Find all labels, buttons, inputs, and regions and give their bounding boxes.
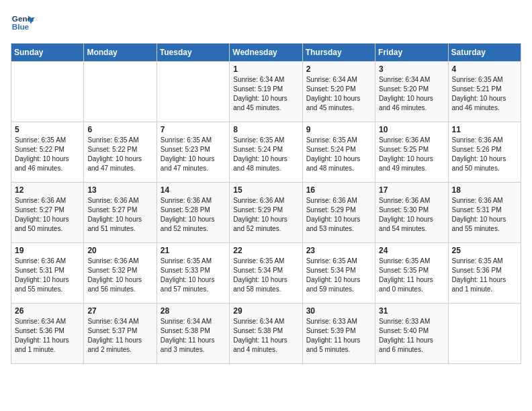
calendar-cell: 12Sunrise: 6:36 AM Sunset: 5:27 PM Dayli… (11, 183, 84, 243)
day-number: 18 (452, 185, 517, 195)
cell-content: Sunrise: 6:36 AM Sunset: 5:25 PM Dayligh… (379, 136, 444, 173)
day-number: 31 (379, 306, 444, 316)
calendar-cell: 22Sunrise: 6:35 AM Sunset: 5:34 PM Dayli… (230, 243, 302, 304)
weekday-header: Sunday (11, 44, 84, 62)
cell-content: Sunrise: 6:34 AM Sunset: 5:38 PM Dayligh… (233, 317, 298, 355)
day-number: 27 (87, 306, 152, 316)
day-number: 10 (379, 125, 444, 134)
logo-icon: General Blue (11, 11, 35, 35)
calendar-cell: 17Sunrise: 6:36 AM Sunset: 5:30 PM Dayli… (375, 183, 448, 243)
day-number: 7 (161, 125, 226, 134)
cell-content: Sunrise: 6:35 AM Sunset: 5:21 PM Dayligh… (452, 75, 517, 113)
calendar-cell: 3Sunrise: 6:34 AM Sunset: 5:20 PM Daylig… (375, 62, 448, 122)
calendar-cell: 21Sunrise: 6:35 AM Sunset: 5:33 PM Dayli… (157, 243, 229, 304)
day-number: 5 (15, 125, 80, 134)
cell-content: Sunrise: 6:35 AM Sunset: 5:33 PM Dayligh… (161, 257, 226, 294)
cell-content: Sunrise: 6:35 AM Sunset: 5:34 PM Dayligh… (306, 257, 371, 294)
calendar-cell: 7Sunrise: 6:35 AM Sunset: 5:23 PM Daylig… (157, 122, 229, 183)
calendar-cell: 23Sunrise: 6:35 AM Sunset: 5:34 PM Dayli… (302, 243, 375, 304)
calendar-cell: 10Sunrise: 6:36 AM Sunset: 5:25 PM Dayli… (375, 122, 448, 183)
calendar-week-row: 12Sunrise: 6:36 AM Sunset: 5:27 PM Dayli… (11, 183, 521, 243)
calendar-cell: 20Sunrise: 6:36 AM Sunset: 5:32 PM Dayli… (84, 243, 157, 304)
cell-content: Sunrise: 6:36 AM Sunset: 5:32 PM Dayligh… (87, 257, 152, 294)
calendar-cell: 30Sunrise: 6:33 AM Sunset: 5:39 PM Dayli… (302, 304, 375, 364)
weekday-header: Wednesday (230, 44, 302, 62)
calendar-cell (84, 62, 157, 122)
calendar-cell: 4Sunrise: 6:35 AM Sunset: 5:21 PM Daylig… (448, 62, 521, 122)
calendar-cell: 19Sunrise: 6:36 AM Sunset: 5:31 PM Dayli… (11, 243, 84, 304)
calendar-week-row: 5Sunrise: 6:35 AM Sunset: 5:22 PM Daylig… (11, 122, 521, 183)
day-number: 3 (379, 64, 444, 74)
calendar-table: SundayMondayTuesdayWednesdayThursdayFrid… (11, 43, 521, 364)
cell-content: Sunrise: 6:36 AM Sunset: 5:26 PM Dayligh… (452, 136, 517, 173)
calendar-cell: 1Sunrise: 6:34 AM Sunset: 5:19 PM Daylig… (230, 62, 302, 122)
calendar-cell: 11Sunrise: 6:36 AM Sunset: 5:26 PM Dayli… (448, 122, 521, 183)
calendar-cell: 18Sunrise: 6:36 AM Sunset: 5:31 PM Dayli… (448, 183, 521, 243)
cell-content: Sunrise: 6:35 AM Sunset: 5:24 PM Dayligh… (306, 136, 371, 173)
calendar-cell: 24Sunrise: 6:35 AM Sunset: 5:35 PM Dayli… (375, 243, 448, 304)
cell-content: Sunrise: 6:35 AM Sunset: 5:22 PM Dayligh… (15, 136, 80, 173)
day-number: 22 (233, 246, 298, 255)
day-number: 11 (452, 125, 517, 134)
calendar-cell (11, 62, 84, 122)
day-number: 17 (379, 185, 444, 195)
calendar-cell: 14Sunrise: 6:36 AM Sunset: 5:28 PM Dayli… (157, 183, 229, 243)
header-row: SundayMondayTuesdayWednesdayThursdayFrid… (11, 44, 521, 62)
day-number: 26 (15, 306, 80, 316)
day-number: 14 (161, 185, 226, 195)
day-number: 15 (233, 185, 298, 195)
calendar-cell: 15Sunrise: 6:36 AM Sunset: 5:29 PM Dayli… (230, 183, 302, 243)
day-number: 2 (306, 64, 371, 74)
cell-content: Sunrise: 6:34 AM Sunset: 5:20 PM Dayligh… (379, 75, 444, 113)
cell-content: Sunrise: 6:36 AM Sunset: 5:28 PM Dayligh… (161, 196, 226, 234)
cell-content: Sunrise: 6:36 AM Sunset: 5:31 PM Dayligh… (15, 257, 80, 294)
calendar-cell: 2Sunrise: 6:34 AM Sunset: 5:20 PM Daylig… (302, 62, 375, 122)
day-number: 6 (87, 125, 152, 134)
cell-content: Sunrise: 6:33 AM Sunset: 5:40 PM Dayligh… (379, 317, 444, 355)
cell-content: Sunrise: 6:36 AM Sunset: 5:29 PM Dayligh… (233, 196, 298, 234)
calendar-cell (448, 304, 521, 364)
calendar-cell: 31Sunrise: 6:33 AM Sunset: 5:40 PM Dayli… (375, 304, 448, 364)
calendar-cell: 6Sunrise: 6:35 AM Sunset: 5:22 PM Daylig… (84, 122, 157, 183)
weekday-header: Thursday (302, 44, 375, 62)
calendar-week-row: 26Sunrise: 6:34 AM Sunset: 5:36 PM Dayli… (11, 304, 521, 364)
cell-content: Sunrise: 6:34 AM Sunset: 5:20 PM Dayligh… (306, 75, 371, 113)
svg-text:Blue: Blue (12, 22, 30, 31)
day-number: 25 (452, 246, 517, 255)
calendar-cell: 5Sunrise: 6:35 AM Sunset: 5:22 PM Daylig… (11, 122, 84, 183)
day-number: 24 (379, 246, 444, 255)
calendar-cell: 27Sunrise: 6:34 AM Sunset: 5:37 PM Dayli… (84, 304, 157, 364)
cell-content: Sunrise: 6:34 AM Sunset: 5:37 PM Dayligh… (87, 317, 152, 355)
day-number: 8 (233, 125, 298, 134)
cell-content: Sunrise: 6:34 AM Sunset: 5:36 PM Dayligh… (15, 317, 80, 355)
weekday-header: Friday (375, 44, 448, 62)
day-number: 30 (306, 306, 371, 316)
cell-content: Sunrise: 6:33 AM Sunset: 5:39 PM Dayligh… (306, 317, 371, 355)
calendar-cell: 29Sunrise: 6:34 AM Sunset: 5:38 PM Dayli… (230, 304, 302, 364)
calendar-cell: 25Sunrise: 6:35 AM Sunset: 5:36 PM Dayli… (448, 243, 521, 304)
cell-content: Sunrise: 6:35 AM Sunset: 5:35 PM Dayligh… (379, 257, 444, 294)
calendar-cell (157, 62, 229, 122)
day-number: 28 (161, 306, 226, 316)
cell-content: Sunrise: 6:35 AM Sunset: 5:23 PM Dayligh… (161, 136, 226, 173)
calendar-cell: 13Sunrise: 6:36 AM Sunset: 5:27 PM Dayli… (84, 183, 157, 243)
cell-content: Sunrise: 6:34 AM Sunset: 5:19 PM Dayligh… (233, 75, 298, 113)
cell-content: Sunrise: 6:36 AM Sunset: 5:29 PM Dayligh… (306, 196, 371, 234)
page-header: General Blue (11, 11, 521, 35)
calendar-week-row: 19Sunrise: 6:36 AM Sunset: 5:31 PM Dayli… (11, 243, 521, 304)
cell-content: Sunrise: 6:34 AM Sunset: 5:38 PM Dayligh… (161, 317, 226, 355)
day-number: 21 (161, 246, 226, 255)
calendar-week-row: 1Sunrise: 6:34 AM Sunset: 5:19 PM Daylig… (11, 62, 521, 122)
weekday-header: Tuesday (157, 44, 229, 62)
cell-content: Sunrise: 6:35 AM Sunset: 5:36 PM Dayligh… (452, 257, 517, 294)
day-number: 20 (87, 246, 152, 255)
calendar-cell: 9Sunrise: 6:35 AM Sunset: 5:24 PM Daylig… (302, 122, 375, 183)
calendar-cell: 16Sunrise: 6:36 AM Sunset: 5:29 PM Dayli… (302, 183, 375, 243)
cell-content: Sunrise: 6:36 AM Sunset: 5:27 PM Dayligh… (15, 196, 80, 234)
cell-content: Sunrise: 6:36 AM Sunset: 5:30 PM Dayligh… (379, 196, 444, 234)
weekday-header: Monday (84, 44, 157, 62)
cell-content: Sunrise: 6:35 AM Sunset: 5:34 PM Dayligh… (233, 257, 298, 294)
weekday-header: Saturday (448, 44, 521, 62)
day-number: 29 (233, 306, 298, 316)
day-number: 13 (87, 185, 152, 195)
